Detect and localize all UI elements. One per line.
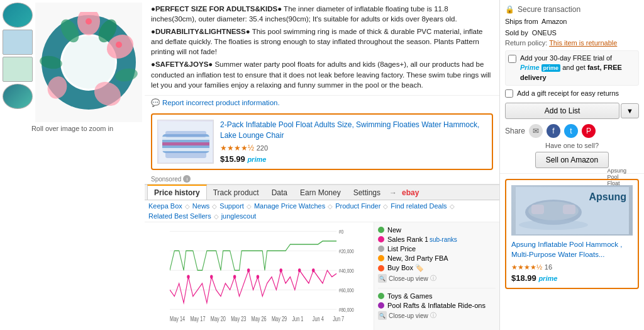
close-up-icon: 🔍 (378, 274, 387, 283)
return-link[interactable]: This item is returnable (549, 39, 617, 47)
svg-text:May 20: May 20 (211, 316, 226, 323)
report-link[interactable]: 💬 Report incorrect product information. (145, 96, 499, 110)
bottom-panel: Price history Track product Data Earn Mo… (145, 184, 499, 330)
svg-text:May 29: May 29 (272, 316, 287, 323)
svg-rect-18 (165, 131, 206, 137)
sponsored-label: Sponsored i (145, 174, 499, 184)
svg-text:Jun 4: Jun 4 (313, 316, 324, 323)
ad-product-image: Apsung Apsung Pool Float (511, 185, 633, 236)
thumbnail-2[interactable] (3, 30, 33, 55)
close-up-view-2[interactable]: 🔍 Close-up view ⓘ (378, 311, 496, 320)
svg-text:#80,000: #80,000 (339, 307, 354, 313)
close-up-icon-2: 🔍 (378, 311, 387, 320)
legend-sales-rank: Sales Rank 1sub-ranks (378, 236, 496, 243)
svg-rect-55 (531, 205, 544, 214)
thumbnail-1[interactable] (3, 3, 33, 28)
secure-transaction: 🔒 Secure transaction (505, 5, 639, 14)
product-ad-box[interactable]: Apsung Apsung Pool Float Apsung Inflatab… (505, 179, 639, 289)
ships-from: Ships from Amazon (505, 18, 639, 25)
chart-area: $20 $15 $10 $5 $0 #0 #20,000 #40,000 #60… (145, 222, 499, 330)
svg-rect-17 (162, 148, 209, 151)
legend-buy-box: Buy Box 🏷️ (378, 264, 496, 272)
transaction-box: 🔒 Secure transaction Ships from Amazon S… (500, 0, 644, 174)
tabs-bar: Price history Track product Data Earn Mo… (145, 185, 499, 200)
tab-data[interactable]: Data (265, 186, 294, 200)
gift-receipt-checkbox[interactable] (505, 89, 513, 98)
share-pinterest-icon[interactable]: P (582, 124, 596, 138)
svg-rect-56 (563, 205, 575, 214)
ad-title[interactable]: Apsung Inflatable Pool Hammock , Multi-P… (511, 239, 633, 259)
thumbnail-4[interactable] (3, 84, 33, 109)
nav-news[interactable]: News (192, 202, 210, 210)
svg-text:#0: #0 (339, 229, 344, 235)
svg-text:May 23: May 23 (231, 316, 246, 323)
ad-sub-brand: Apsung Pool Float (607, 168, 626, 186)
sell-row: Have one to sell? Sell on Amazon (505, 142, 639, 168)
svg-point-46 (233, 275, 236, 278)
legend-new: New (378, 226, 496, 234)
svg-text:May 26: May 26 (252, 316, 267, 323)
ebay-link[interactable]: ebay (402, 188, 419, 197)
svg-point-45 (210, 275, 213, 278)
ad-price: $18.99 (511, 273, 536, 283)
nav-related-best-sellers[interactable]: Related Best Sellers (148, 212, 211, 220)
ad-stars: ★★★★½ (511, 263, 542, 271)
svg-text:May 17: May 17 (190, 316, 205, 323)
return-policy: Return policy: This item is returnable (505, 39, 639, 47)
sponsored-product-image (157, 120, 214, 164)
sponsored-prime: prime (247, 156, 266, 163)
sell-on-amazon-button[interactable]: Sell on Amazon (535, 152, 609, 168)
nav-support[interactable]: Support (219, 202, 244, 210)
svg-point-57 (519, 220, 588, 230)
svg-point-12 (116, 42, 122, 48)
thumbnail-3[interactable] (3, 57, 33, 82)
legend-new-3p-fba: New, 3rd Party FBA (378, 254, 496, 262)
nav-keepa-box[interactable]: Keepa Box (148, 202, 182, 210)
sponsored-title[interactable]: 2-Pack Inflatable Pool Float Adults Size… (220, 120, 487, 141)
svg-rect-16 (162, 142, 209, 145)
share-facebook-icon[interactable]: f (547, 124, 560, 138)
tab-settings[interactable]: Settings (347, 186, 387, 200)
add-to-list-button[interactable]: Add to List (505, 103, 619, 119)
svg-point-47 (247, 268, 250, 272)
add-to-list-dropdown[interactable]: ▼ (621, 103, 639, 118)
legend-pool-rafts: Pool Rafts & Inflatable Ride-ons (378, 302, 496, 309)
svg-point-11 (86, 18, 92, 25)
close-up-view-1[interactable]: 🔍 Close-up view ⓘ (378, 274, 496, 283)
tab-arrow: → (387, 188, 399, 197)
sponsored-price: $15.99 (220, 154, 245, 164)
bullet-1: ●PERFECT SIZE FOR ADULTS&KIDS● The inner… (151, 4, 493, 24)
legend-toys-games: Toys & Games (378, 292, 496, 300)
nav-junglescout[interactable]: junglescout (221, 212, 257, 220)
sponsored-stars: ★★★★½ (220, 144, 254, 152)
svg-point-49 (280, 268, 282, 272)
svg-text:#40,000: #40,000 (339, 268, 354, 274)
tab-earn-money[interactable]: Earn Money (294, 186, 347, 200)
nav-find-related-deals[interactable]: Find related Deals (391, 202, 447, 210)
svg-text:Jun 1: Jun 1 (292, 316, 303, 323)
sold-by: Sold by ONEUS (505, 29, 639, 37)
tab-price-history[interactable]: Price history (147, 185, 207, 200)
gift-receipt-box: Add a gift receipt for easy returns (505, 89, 639, 98)
sponsored-product-box: 2-Pack Inflatable Pool Float Adults Size… (151, 113, 493, 170)
svg-point-51 (312, 268, 314, 272)
sponsored-info: 2-Pack Inflatable Pool Float Adults Size… (220, 120, 487, 164)
svg-text:#60,000: #60,000 (339, 287, 354, 293)
share-row: Share ✉ f t P (505, 124, 639, 138)
nav-manage-price-watches[interactable]: Manage Price Watches (254, 202, 325, 210)
nav-product-finder[interactable]: Product Finder (335, 202, 380, 210)
share-email-icon[interactable]: ✉ (529, 124, 543, 138)
comment-icon: 💬 (151, 98, 160, 107)
svg-point-48 (257, 275, 259, 278)
prime-trial-text: Add your 30-day FREE trial of Primeprime… (520, 54, 636, 82)
prime-trial-checkbox[interactable] (508, 55, 516, 63)
ad-brand: Apsung (589, 191, 626, 203)
ad-prime: prime (538, 275, 557, 282)
svg-text:May 14: May 14 (170, 316, 185, 323)
tab-track-product[interactable]: Track product (207, 186, 265, 200)
share-twitter-icon[interactable]: t (564, 124, 578, 138)
legend-panel: New Sales Rank 1sub-ranks List Price New… (374, 222, 499, 330)
sponsored-reviews: 220 (257, 144, 268, 152)
prime-trial-box: Add your 30-day FREE trial of Primeprime… (505, 50, 639, 86)
svg-text:Jun 7: Jun 7 (333, 316, 344, 323)
